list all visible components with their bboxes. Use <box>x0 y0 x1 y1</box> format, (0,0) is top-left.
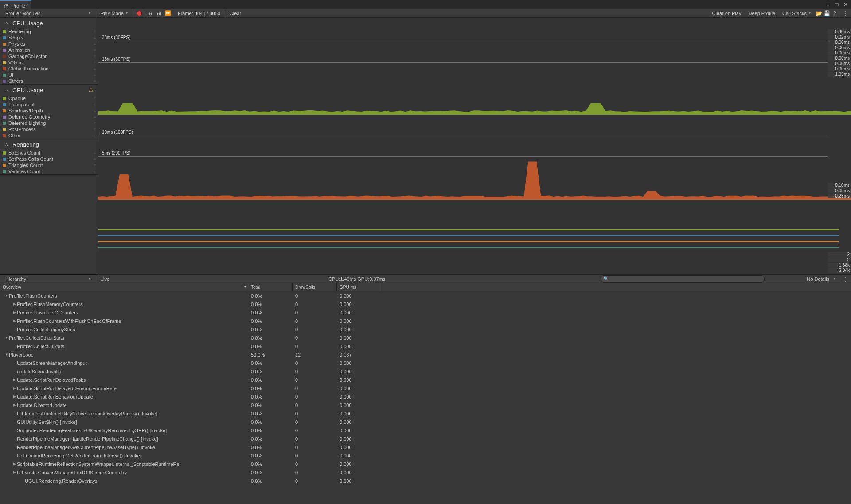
module-item[interactable]: Vertices Count≡ <box>0 168 98 174</box>
clear-button[interactable]: Clear <box>226 10 245 17</box>
chart-row[interactable]: 33ms (30FPS)16ms (60FPS)0.40ms0.02ms0.00… <box>98 18 851 115</box>
last-frame-button[interactable]: ⏩ <box>164 9 172 17</box>
col-gpums[interactable]: GPU ms <box>337 283 381 291</box>
table-row[interactable]: SupportedRenderingFeatures.IsUIOverlayRe… <box>0 426 851 434</box>
table-row[interactable]: ▶Update.DirectorUpdate0.0%00.000 <box>0 401 851 409</box>
module-item[interactable]: Shadows/Depth≡ <box>0 108 98 114</box>
module-item[interactable]: Other≡ <box>0 132 98 139</box>
foldout-icon[interactable]: ▶ <box>12 378 17 382</box>
grip-icon[interactable]: ≡ <box>94 29 95 34</box>
grip-icon[interactable]: ≡ <box>94 121 95 125</box>
module-item[interactable]: SetPass Calls Count≡ <box>0 156 98 162</box>
grip-icon[interactable]: ≡ <box>94 54 95 58</box>
table-row[interactable]: Profiler.CollectLegacyStats0.0%00.000 <box>0 325 851 333</box>
profiler-modules-dropdown[interactable]: Profiler Modules▼ <box>2 10 95 17</box>
hierarchy-search[interactable]: 🔍 <box>601 275 765 283</box>
table-row[interactable]: ▶ScriptableRuntimeReflectionSystemWrappe… <box>0 460 851 468</box>
grip-icon[interactable]: ≡ <box>94 115 95 119</box>
table-row[interactable]: ▶Profiler.FlushCountersWithFlushOnEndOfF… <box>0 317 851 325</box>
grip-icon[interactable]: ≡ <box>94 102 95 107</box>
table-row[interactable]: ▼Profiler.FlushCounters0.0%00.000 <box>0 291 851 300</box>
foldout-icon[interactable]: ▶ <box>12 319 17 323</box>
table-row[interactable]: ▶Update.ScriptRunDelayedDynamicFrameRate… <box>0 384 851 392</box>
grip-icon[interactable]: ≡ <box>94 79 95 83</box>
grip-icon[interactable]: ≡ <box>94 133 95 138</box>
col-overview[interactable]: Overview▾ <box>0 283 248 291</box>
module-item[interactable]: Rendering≡ <box>0 28 98 35</box>
table-row[interactable]: ▶Profiler.FlushMemoryCounters0.0%00.000 <box>0 300 851 308</box>
module-item[interactable]: PostProcess≡ <box>0 126 98 132</box>
hierarchy-kebab-icon[interactable]: ⋮ <box>842 275 849 283</box>
grip-icon[interactable]: ≡ <box>94 151 95 155</box>
call-stacks-dropdown[interactable]: Call Stacks▼ <box>779 10 815 17</box>
table-body[interactable]: ▼Profiler.FlushCounters0.0%00.000▶Profil… <box>0 291 851 504</box>
grip-icon[interactable]: ≡ <box>94 73 95 77</box>
table-row[interactable]: UpdateScreenManagerAndInput0.0%00.000 <box>0 359 851 367</box>
module-item[interactable]: Scripts≡ <box>0 35 98 41</box>
table-row[interactable]: ▶Update.ScriptRunDelayedTasks0.0%00.000 <box>0 376 851 384</box>
module-item[interactable]: UI≡ <box>0 72 98 78</box>
grip-icon[interactable]: ≡ <box>94 109 95 113</box>
maximize-icon[interactable]: □ <box>833 1 840 8</box>
grip-icon[interactable]: ≡ <box>94 48 95 52</box>
grip-icon[interactable]: ≡ <box>94 169 95 174</box>
live-button[interactable]: Live <box>97 275 113 283</box>
table-row[interactable]: ▼PlayerLoop50.0%120.187 <box>0 350 851 359</box>
table-row[interactable]: OnDemandRendering.GetRenderFrameInterval… <box>0 451 851 460</box>
grip-icon[interactable]: ≡ <box>94 35 95 40</box>
col-total[interactable]: Total <box>248 283 293 291</box>
table-row[interactable]: UGUI.Rendering.RenderOverlays0.0%00.000 <box>0 477 851 485</box>
module-header[interactable]: ⛬GPU Usage⚠ <box>0 85 98 95</box>
table-row[interactable]: UIElementsRuntimeUtilityNative.RepaintOv… <box>0 409 851 418</box>
module-item[interactable]: Transparent≡ <box>0 101 98 108</box>
module-item[interactable]: Deferred Lighting≡ <box>0 120 98 126</box>
table-row[interactable]: ▶UIEvents.CanvasManagerEmitOffScreenGeom… <box>0 468 851 477</box>
chart-row[interactable]: 221.68k5.04k <box>98 200 851 275</box>
foldout-icon[interactable]: ▶ <box>12 470 17 474</box>
table-row[interactable]: ▼Profiler.CollectEditorStats0.0%00.000 <box>0 333 851 342</box>
grip-icon[interactable]: ≡ <box>94 42 95 46</box>
foldout-icon[interactable]: ▶ <box>12 403 17 407</box>
table-row[interactable]: RenderPipelineManager.GetCurrentPipeline… <box>0 443 851 451</box>
module-item[interactable]: Triangles Count≡ <box>0 162 98 168</box>
table-row[interactable]: ▶Update.ScriptRunBehaviourUpdate0.0%00.0… <box>0 392 851 401</box>
prev-frame-button[interactable]: ⏮ <box>146 9 154 17</box>
record-button[interactable] <box>134 10 144 17</box>
foldout-icon[interactable]: ▶ <box>12 386 17 390</box>
module-item[interactable]: Opaque≡ <box>0 95 98 101</box>
details-dropdown[interactable]: No Details▼ <box>765 275 840 283</box>
table-row[interactable]: GUIUtility.SetSkin() [Invoke]0.0%00.000 <box>0 418 851 426</box>
tab-profiler[interactable]: ◔ Profiler <box>0 0 31 9</box>
grip-icon[interactable]: ≡ <box>94 66 95 71</box>
module-item[interactable]: Others≡ <box>0 78 98 84</box>
help-icon[interactable]: ? <box>831 10 838 17</box>
module-header[interactable]: ⛬CPU Usage <box>0 18 98 28</box>
foldout-icon[interactable]: ▶ <box>12 462 17 466</box>
deep-profile-button[interactable]: Deep Profile <box>745 10 779 17</box>
module-item[interactable]: GarbageCollector≡ <box>0 53 98 59</box>
chart-row[interactable]: 10ms (100FPS)5ms (200FPS)0.10ms0.05ms0.2… <box>98 115 851 200</box>
table-row[interactable]: ▶Profiler.FlushFileIOCounters0.0%00.000 <box>0 308 851 317</box>
play-mode-dropdown[interactable]: Play Mode▼ <box>97 10 132 17</box>
module-header[interactable]: ⛬Rendering <box>0 139 98 150</box>
module-item[interactable]: Global Illumination≡ <box>0 66 98 72</box>
col-drawcalls[interactable]: DrawCalls <box>293 283 337 291</box>
grip-icon[interactable]: ≡ <box>94 163 95 167</box>
foldout-icon[interactable]: ▼ <box>4 294 9 298</box>
foldout-icon[interactable]: ▶ <box>12 395 17 399</box>
module-item[interactable]: Animation≡ <box>0 47 98 53</box>
grip-icon[interactable]: ≡ <box>94 96 95 101</box>
kebab-icon[interactable]: ⋮ <box>842 10 849 17</box>
menu-icon[interactable]: ⋮ <box>824 1 831 8</box>
foldout-icon[interactable]: ▶ <box>12 302 17 306</box>
module-item[interactable]: Physics≡ <box>0 41 98 47</box>
next-frame-button[interactable]: ⏭ <box>155 9 163 17</box>
open-icon[interactable]: 📂 <box>815 10 822 17</box>
table-row[interactable]: RenderPipelineManager.HandleRenderPipeli… <box>0 434 851 443</box>
hierarchy-view-dropdown[interactable]: Hierarchy▼ <box>2 275 95 283</box>
foldout-icon[interactable]: ▶ <box>12 310 17 314</box>
grip-icon[interactable]: ≡ <box>94 157 95 161</box>
clear-on-play-button[interactable]: Clear on Play <box>708 10 745 17</box>
foldout-icon[interactable]: ▼ <box>4 353 9 357</box>
module-item[interactable]: Batches Count≡ <box>0 150 98 156</box>
